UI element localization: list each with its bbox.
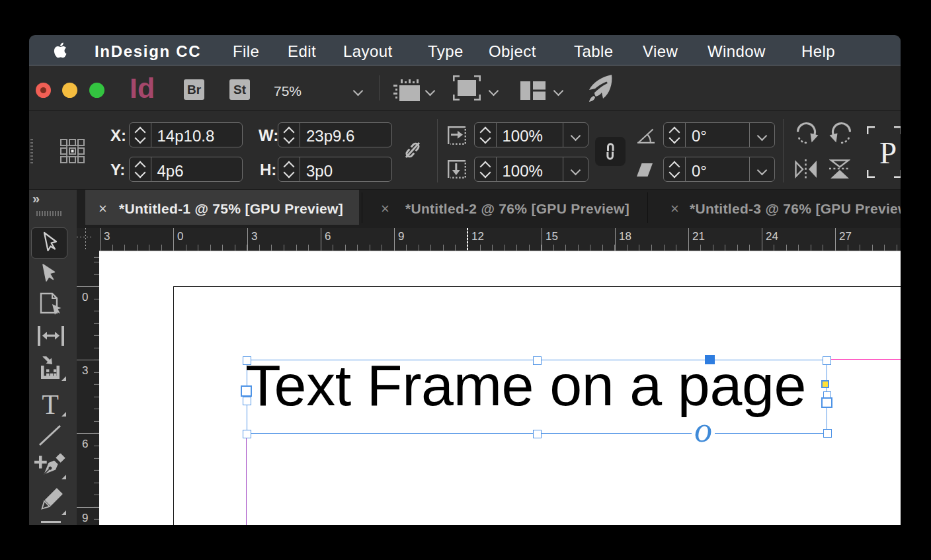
svg-text:P: P: [879, 136, 897, 170]
